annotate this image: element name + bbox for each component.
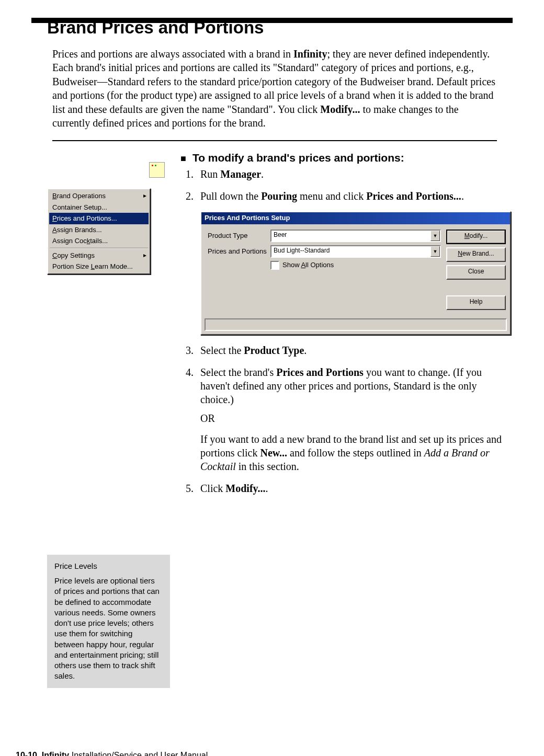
prices-portions-dialog: Prices And Portions Setup Product Type B… [200, 211, 511, 335]
step4-bold1: Prices and Portions [276, 366, 364, 378]
step3-pre: Select the [200, 345, 244, 356]
intro-bold1: Infinity [293, 48, 327, 60]
step4-or: OR [200, 411, 511, 425]
step2-bold1: Pouring [261, 190, 297, 202]
new-brand-button[interactable]: New Brand... [446, 247, 506, 262]
step4-after-post: in this section. [236, 461, 299, 472]
step-5: Click Modify.... [196, 482, 511, 495]
show-all-checkbox[interactable] [270, 261, 279, 270]
task-bullet-icon: ■ [180, 153, 186, 164]
intro-bold2: Modify... [320, 104, 360, 115]
step2-bold2: Prices and Portions... [366, 190, 461, 202]
show-all-label: Show All Options [282, 261, 334, 270]
price-levels-note: Price Levels Price levels are optional t… [47, 555, 170, 688]
product-type-dropdown[interactable]: Beer ▼ [270, 230, 441, 242]
step4-after: If you want to add a new brand to the br… [200, 432, 511, 473]
modify-button[interactable]: Modify... [446, 230, 506, 244]
prices-portions-label: Prices and Portions [208, 247, 270, 256]
close-button[interactable]: Close [446, 265, 506, 280]
menu-item-assign-cocktails[interactable]: Assign Cocktails... [49, 235, 149, 247]
menu-item-brand-operations[interactable]: Brand Operations [49, 190, 149, 202]
menu-item-container-setup[interactable]: Container Setup... [49, 202, 149, 213]
task-heading-text: To modify a brand's prices and portions: [192, 152, 404, 164]
step4-after-mid: and follow the steps outlined in [287, 447, 424, 459]
help-button[interactable]: Help [446, 295, 506, 310]
steps-list: Run Manager. Pull down the Pouring menu … [180, 167, 511, 495]
step3-bold: Product Type [244, 345, 304, 356]
menu-item-portion-learn[interactable]: Portion Size Learn Mode... [49, 261, 149, 272]
menu-separator [50, 248, 148, 249]
step-3: Select the Product Type. [196, 343, 511, 357]
chevron-down-icon[interactable]: ▼ [430, 246, 440, 257]
dialog-title-bar: Prices And Portions Setup [201, 212, 510, 224]
note-title: Price Levels [54, 561, 163, 571]
sticky-note-icon [149, 162, 165, 178]
step-4: Select the brand's Prices and Portions y… [196, 365, 511, 473]
page-number: 10-10 [16, 751, 37, 756]
task-heading: ■To modify a brand's prices and portions… [180, 152, 511, 164]
chevron-down-icon[interactable]: ▼ [430, 231, 440, 241]
step5-bold: Modify... [225, 483, 265, 494]
step5-pre: Click [200, 483, 225, 494]
intro-paragraph: Prices and portions are always associate… [52, 47, 497, 130]
step2-mid: menu and click [297, 190, 366, 202]
step-1: Run Manager. [196, 167, 511, 181]
status-bar [205, 318, 507, 331]
step2-post: . [461, 190, 464, 202]
menu-item-prices-portions[interactable]: Prices and Portions... [49, 213, 149, 224]
step5-post: . [265, 483, 268, 494]
menu-item-copy-settings[interactable]: Copy Settings [49, 250, 149, 261]
header-rule [31, 18, 513, 23]
prices-portions-value: Bud Light--Standard [271, 246, 430, 257]
prices-portions-dropdown[interactable]: Bud Light--Standard ▼ [270, 245, 441, 258]
close-label: Close [468, 268, 484, 275]
page-footer: 10-10 Infinity Installation/Service and … [16, 751, 208, 756]
section-rule [52, 140, 497, 141]
product-type-label: Product Type [208, 232, 270, 240]
note-body: Price levels are optional tiers of price… [54, 576, 163, 682]
step1-pre: Run [200, 168, 220, 180]
product-type-value: Beer [271, 231, 430, 241]
pouring-menu: Brand Operations Container Setup... Pric… [47, 188, 151, 274]
step-2: Pull down the Pouring menu and click Pri… [196, 189, 511, 335]
help-label: Help [470, 298, 483, 305]
step4-pre: Select the brand's [200, 366, 276, 378]
step4-bold2: New... [260, 447, 287, 459]
menu-item-assign-brands[interactable]: Assign Brands... [49, 224, 149, 236]
manual-title: Installation/Service and User Manual [72, 751, 208, 756]
step3-post: . [304, 345, 307, 356]
step1-bold: Manager [220, 168, 261, 180]
intro-text: Prices and portions are always associate… [52, 48, 293, 60]
step1-post: . [261, 168, 264, 180]
step2-pre: Pull down the [200, 190, 261, 202]
product-name: Infinity [42, 751, 69, 756]
